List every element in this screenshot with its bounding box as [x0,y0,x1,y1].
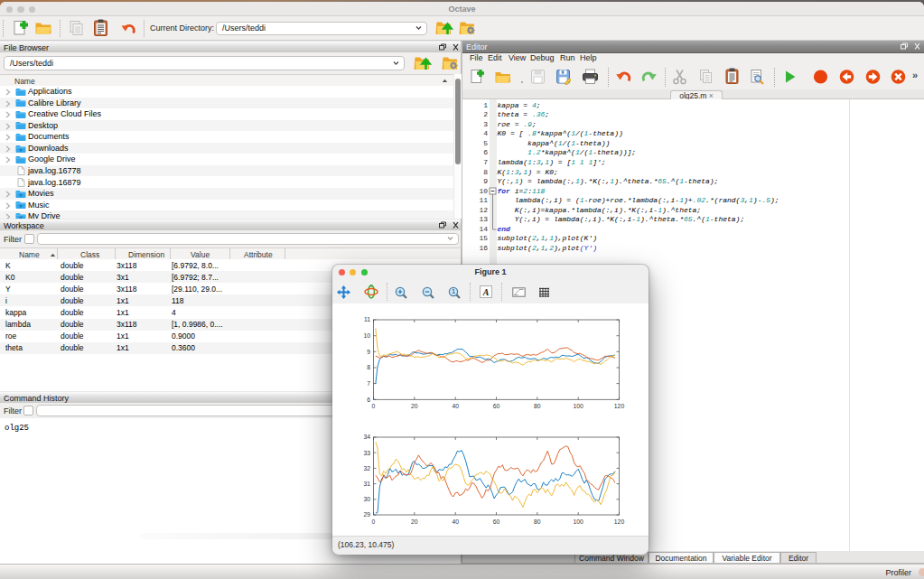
svg-text:32: 32 [363,464,370,471]
svg-text:29: 29 [363,511,370,518]
svg-text:60: 60 [493,402,500,408]
svg-text:33: 33 [363,449,370,455]
svg-text:40: 40 [452,402,459,408]
svg-text:0: 0 [372,402,376,408]
svg-text:9: 9 [367,348,370,354]
svg-text:30: 30 [363,496,370,502]
svg-text:120: 120 [614,402,625,408]
svg-text:80: 80 [534,518,541,524]
svg-text:80: 80 [534,402,541,408]
svg-text:8: 8 [367,364,370,370]
svg-text:60: 60 [493,518,500,524]
svg-text:6: 6 [367,396,370,402]
svg-text:100: 100 [574,518,584,524]
svg-text:0: 0 [372,518,376,524]
svg-text:120: 120 [614,518,625,524]
svg-text:31: 31 [363,480,370,486]
svg-text:40: 40 [452,518,459,524]
svg-text:20: 20 [411,402,418,408]
svg-text:1: 1 [452,288,455,294]
svg-text:10: 10 [363,332,370,339]
svg-text:A: A [482,287,490,297]
svg-text:20: 20 [411,518,418,524]
svg-text:100: 100 [574,402,584,408]
svg-text:7: 7 [367,379,370,386]
svg-text:11: 11 [364,316,370,322]
svg-text:34: 34 [363,434,370,440]
